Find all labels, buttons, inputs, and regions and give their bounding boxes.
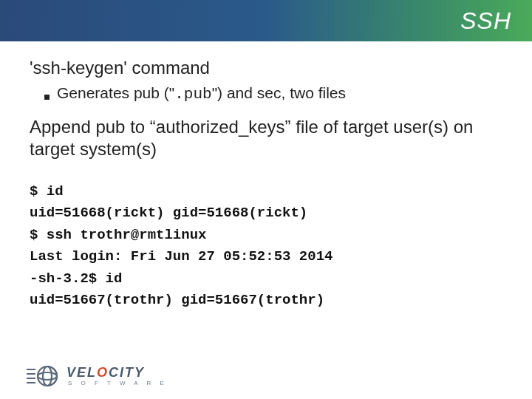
logo-word-accent: O	[97, 365, 109, 380]
logo-word-pre: VEL	[66, 365, 97, 380]
bullet-item: Generates pub (".pub") and sec, two file…	[30, 84, 502, 103]
terminal-block: $ id uid=51668(rickt) gid=51668(rickt) $…	[30, 181, 502, 312]
bullet-text-pre: Generates pub ("	[57, 84, 174, 101]
logo-mark-icon	[25, 365, 59, 387]
terminal-line: $ id	[30, 181, 502, 202]
terminal-line: uid=51668(rickt) gid=51668(rickt)	[30, 202, 502, 224]
bullet-marker-icon	[44, 95, 50, 100]
terminal-line: $ ssh trothr@rmtlinux	[30, 225, 502, 246]
bullet-text-post: ") and sec, two files	[212, 84, 346, 101]
brand-logo: VELOCITY S O F T W A R E	[25, 365, 168, 387]
logo-subtitle: S O F T W A R E	[66, 381, 168, 386]
terminal-line: uid=51667(trothr) gid=51667(trothr)	[30, 290, 502, 311]
bullet-text: Generates pub (".pub") and sec, two file…	[57, 84, 346, 103]
slide-title: SSH	[460, 7, 511, 35]
inline-code: .pub	[174, 86, 211, 103]
paragraph-authorized-keys: Append pub to “authorized_keys” file of …	[30, 116, 502, 160]
logo-wordmark: VELOCITY	[66, 366, 168, 379]
slide-header: SSH	[0, 0, 532, 41]
terminal-line: Last login: Fri Jun 27 05:52:53 2014	[30, 246, 502, 267]
logo-word-post: CITY	[109, 365, 145, 380]
section-heading-keygen: 'ssh-keygen' command	[30, 58, 502, 78]
svg-point-1	[38, 372, 57, 380]
slide-content: 'ssh-keygen' command Generates pub (".pu…	[0, 41, 532, 312]
terminal-line: -sh-3.2$ id	[30, 268, 502, 290]
logo-text: VELOCITY S O F T W A R E	[66, 366, 168, 386]
